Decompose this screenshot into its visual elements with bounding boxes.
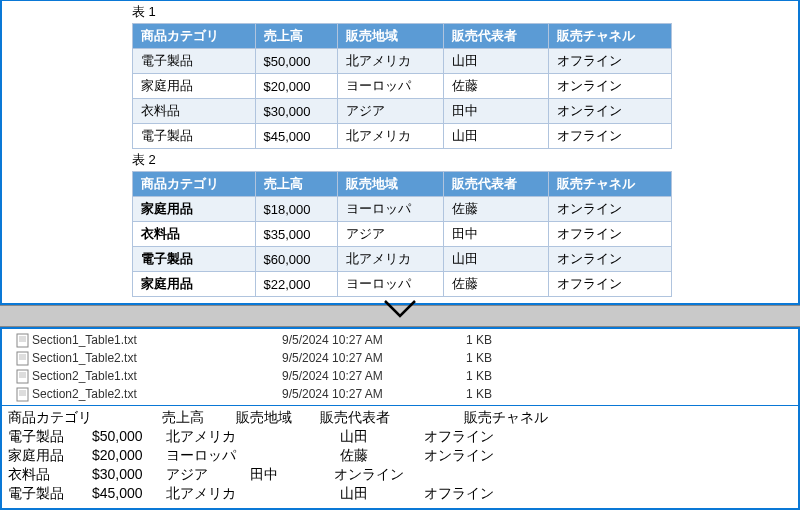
table-row: 電子製品$45,000北アメリカ山田オフライン	[133, 124, 672, 149]
table1-title: 表 1	[132, 3, 778, 21]
explorer-panel: Section1_Table1.txt 9/5/2024 10:27 AM 1 …	[0, 327, 800, 510]
file-name: Section1_Table1.txt	[32, 333, 282, 347]
file-date: 9/5/2024 10:27 AM	[282, 351, 442, 365]
preview-line: 家庭用品 $20,000 ヨーロッパ 佐藤 オンライン	[8, 446, 792, 465]
table2-header-cell: 販売地域	[338, 172, 444, 197]
table2-header-row: 商品カテゴリ 売上高 販売地域 販売代表者 販売チャネル	[133, 172, 672, 197]
text-file-icon	[12, 387, 32, 402]
table-row: 家庭用品$18,000ヨーロッパ佐藤オンライン	[133, 197, 672, 222]
preview-line: 衣料品 $30,000 アジア 田中 オンライン	[8, 465, 792, 484]
table2-title: 表 2	[132, 151, 778, 169]
text-file-icon	[12, 369, 32, 384]
table1-header-cell: 販売代表者	[443, 24, 549, 49]
table2-header-cell: 商品カテゴリ	[133, 172, 256, 197]
table2: 商品カテゴリ 売上高 販売地域 販売代表者 販売チャネル 家庭用品$18,000…	[132, 171, 672, 297]
arrow-down-icon	[383, 299, 417, 322]
preview-header: 商品カテゴリ 売上高 販売地域 販売代表者 販売チャネル	[8, 408, 792, 427]
file-row[interactable]: Section1_Table1.txt 9/5/2024 10:27 AM 1 …	[12, 331, 788, 349]
table-row: 衣料品$35,000アジア田中オフライン	[133, 222, 672, 247]
preview-line: 電子製品 $50,000 北アメリカ 山田 オフライン	[8, 427, 792, 446]
file-date: 9/5/2024 10:27 AM	[282, 369, 442, 383]
file-name: Section2_Table2.txt	[32, 387, 282, 401]
file-size: 1 KB	[442, 387, 502, 401]
file-date: 9/5/2024 10:27 AM	[282, 333, 442, 347]
document-panel: 表 1 商品カテゴリ 売上高 販売地域 販売代表者 販売チャネル 電子製品$50…	[0, 0, 800, 305]
table1-header-cell: 売上高	[255, 24, 338, 49]
table-row: 電子製品$60,000北アメリカ山田オンライン	[133, 247, 672, 272]
table1-header-cell: 販売地域	[338, 24, 444, 49]
preview-line: 電子製品 $45,000 北アメリカ 山田 オフライン	[8, 484, 792, 503]
file-preview: 商品カテゴリ 売上高 販売地域 販売代表者 販売チャネル 電子製品 $50,00…	[2, 405, 798, 508]
table1-header-row: 商品カテゴリ 売上高 販売地域 販売代表者 販売チャネル	[133, 24, 672, 49]
table-row: 電子製品$50,000北アメリカ山田オフライン	[133, 49, 672, 74]
table2-header-cell: 販売代表者	[443, 172, 549, 197]
table1-header-cell: 商品カテゴリ	[133, 24, 256, 49]
file-size: 1 KB	[442, 333, 502, 347]
table2-header-cell: 販売チャネル	[549, 172, 672, 197]
file-row[interactable]: Section1_Table2.txt 9/5/2024 10:27 AM 1 …	[12, 349, 788, 367]
file-date: 9/5/2024 10:27 AM	[282, 387, 442, 401]
table1: 商品カテゴリ 売上高 販売地域 販売代表者 販売チャネル 電子製品$50,000…	[132, 23, 672, 149]
file-name: Section2_Table1.txt	[32, 369, 282, 383]
table2-header-cell: 売上高	[255, 172, 338, 197]
table1-header-cell: 販売チャネル	[549, 24, 672, 49]
table-row: 家庭用品$22,000ヨーロッパ佐藤オフライン	[133, 272, 672, 297]
document-area: 表 1 商品カテゴリ 売上高 販売地域 販売代表者 販売チャネル 電子製品$50…	[132, 3, 778, 297]
file-row[interactable]: Section2_Table2.txt 9/5/2024 10:27 AM 1 …	[12, 385, 788, 403]
file-row[interactable]: Section2_Table1.txt 9/5/2024 10:27 AM 1 …	[12, 367, 788, 385]
text-file-icon	[12, 333, 32, 348]
file-size: 1 KB	[442, 369, 502, 383]
text-file-icon	[12, 351, 32, 366]
file-name: Section1_Table2.txt	[32, 351, 282, 365]
flow-divider	[0, 305, 800, 327]
file-size: 1 KB	[442, 351, 502, 365]
file-list: Section1_Table1.txt 9/5/2024 10:27 AM 1 …	[2, 329, 798, 405]
table-row: 家庭用品$20,000ヨーロッパ佐藤オンライン	[133, 74, 672, 99]
table-row: 衣料品$30,000アジア田中オンライン	[133, 99, 672, 124]
